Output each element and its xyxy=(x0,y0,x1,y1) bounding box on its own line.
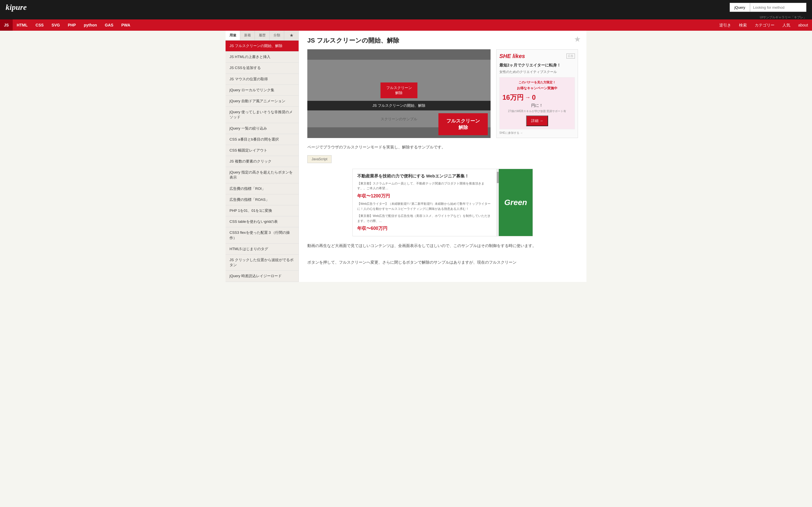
ad-amount: 16万円 → 0 xyxy=(502,93,572,102)
sidebar-link[interactable]: HTML5 はじまりのタグ xyxy=(225,244,299,255)
nav-item-reverse[interactable]: 逆引き xyxy=(715,19,735,31)
sidebar-link[interactable]: CSS tableを使わないgridの表 xyxy=(225,216,299,227)
list-item: CSS a番目とb番目の間を選択 xyxy=(225,134,299,145)
list-item: jQuery 指定の高さを超えたらボタンを表示 xyxy=(225,167,299,183)
ad-sub-text: SHEに参加する → xyxy=(499,131,575,135)
javascript-tag-button[interactable]: JavaScript xyxy=(307,155,332,163)
nav-item-css[interactable]: CSS xyxy=(32,19,48,31)
ad-campaign: お得なキャンペーン実施中 xyxy=(502,86,572,91)
ad-note: 27個のWEBスキルが学び放題 受講サポート有 xyxy=(502,109,572,113)
sidebar-link[interactable]: PHP 1を01、01を1に変換 xyxy=(225,205,299,216)
demo-box: フルスクリーン 解除 JS フルスクリーンの開始、解除 スクリーンのサンプル フ… xyxy=(307,49,491,138)
ad-image-area: このバナーを見た方限定！ お得なキャンペーン実施中 16万円 → 0 円に！ 2… xyxy=(499,77,575,129)
ad-banner2-left: 不動産業界を技術の力で便利にする Webエンジニア募集！ 【東京都】スクラムチー… xyxy=(353,169,497,236)
sidebar-tab-history[interactable]: 履歴 xyxy=(255,31,269,40)
description-text: ページでブラウザのフルスクリーンモードを実装し、解除するサンプルです。 xyxy=(307,144,578,151)
ad-banner2-title: 不動産業界を技術の力で便利にする Webエンジニア募集！ xyxy=(357,173,492,179)
main-nav: JS HTML CSS SVG PHP python GAS PWA 逆引き 検… xyxy=(0,19,812,31)
sidebar-link[interactable]: 広告費の指標「ROAS」 xyxy=(225,194,299,205)
nav-item-gas[interactable]: GAS xyxy=(101,19,117,31)
header: kipure jQuery xyxy=(0,0,812,15)
sidebar-link[interactable]: jQuery 時差読込レイジーロード xyxy=(225,271,299,281)
demo-sample-text: スクリーンのサンプル xyxy=(380,117,417,122)
sidebar-link[interactable]: CSS3 flexを使った配置３（行間の操作） xyxy=(225,227,299,243)
site-tagline: UIサンプルギャラリー「キプレ」 xyxy=(0,15,812,19)
demo-btn-line1: フルスクリーン xyxy=(386,86,412,90)
demo-area: フルスクリーン 解除 JS フルスクリーンの開始、解除 スクリーンのサンプル フ… xyxy=(307,49,578,138)
nav-item-php[interactable]: PHP xyxy=(64,19,80,31)
sidebar-link[interactable]: CSS 幅固定レイアウト xyxy=(225,145,299,156)
ad-banner2-scrollbar[interactable] xyxy=(497,169,499,236)
sidebar-link[interactable]: JS CSSを追加する xyxy=(225,62,299,73)
demo-label-bar: JS フルスクリーンの開始、解除 xyxy=(307,101,491,110)
sidebar-list: JS フルスクリーンの開始、解除 JS HTMLの上書きと挿入 JS CSSを追… xyxy=(225,41,299,282)
sidebar-link[interactable]: JS フルスクリーンの開始、解除 xyxy=(225,41,299,51)
list-item: JS CSSを追加する xyxy=(225,62,299,73)
list-item: CSS3 flexを使った配置３（行間の操作） xyxy=(225,227,299,243)
list-item: CSS 幅固定レイアウト xyxy=(225,145,299,156)
sidebar-tab-usage[interactable]: 用途 xyxy=(225,31,240,40)
sidebar-link[interactable]: JS HTMLの上書きと挿入 xyxy=(225,52,299,62)
sidebar-link[interactable]: jQuery 一覧の絞り込み xyxy=(225,123,299,134)
sidebar-link[interactable]: jQuery 使ってしまいそうな非推奨のメソッド xyxy=(225,107,299,122)
sidebar-tab-star[interactable]: ★ xyxy=(284,31,299,40)
ad-banner2-salary2: 年収〜600万円 xyxy=(357,226,492,231)
ad-header: SHE likes 広告 xyxy=(499,52,575,60)
list-item: jQuery 一覧の絞り込み xyxy=(225,123,299,134)
nav-item-category[interactable]: カテゴリー xyxy=(751,19,778,31)
ad-banner2-logo-area: Green xyxy=(499,169,532,236)
list-item: jQuery ローカルでリンク集 xyxy=(225,85,299,96)
nav-item-popular[interactable]: 人気 xyxy=(778,19,794,31)
sidebar: 用途 新着 履歴 分類 ★ JS フルスクリーンの開始、解除 JS HTMLの上… xyxy=(225,31,299,282)
list-item: jQuery 時差読込レイジーロード xyxy=(225,271,299,282)
ad-arrow-icon: → xyxy=(525,94,530,101)
nav-item-pwa[interactable]: PWA xyxy=(117,19,134,31)
sidebar-link[interactable]: JS マウスの位置の取得 xyxy=(225,74,299,84)
sidebar-link[interactable]: CSS a番目とb番目の間を選択 xyxy=(225,134,299,145)
ad-banner2-desc3: 【東京都】Web広告で配信する広告生地（美容コスメ、ホワイトケアなど）を制作して… xyxy=(357,214,492,223)
nav-item-python[interactable]: python xyxy=(80,19,101,31)
search-bar: jQuery xyxy=(730,3,806,12)
list-item: JS 複数の要素のクリック xyxy=(225,156,299,167)
ad-promo-text: このバナーを見た方限定！ xyxy=(502,80,572,84)
ad-subtext: 女性のためのクリエイティブスクール xyxy=(499,69,575,75)
sidebar-tabs: 用途 新着 履歴 分類 ★ xyxy=(225,31,299,41)
sidebar-link[interactable]: jQuery ローカルでリンク集 xyxy=(225,85,299,96)
sidebar-link[interactable]: jQuery 指定の高さを超えたらボタンを表示 xyxy=(225,167,299,183)
list-item: JS フルスクリーンの開始、解除 xyxy=(225,41,299,52)
body-text-2: ボタンを押して、フルスクリーンへ変更、さらに閉じるボタンで解除のサンプルはありま… xyxy=(307,259,578,266)
ad-detail-button[interactable]: 詳細 → xyxy=(526,115,548,126)
sidebar-tab-category[interactable]: 分類 xyxy=(269,31,284,40)
sidebar-tab-new[interactable]: 新着 xyxy=(240,31,255,40)
bookmark-star-icon[interactable]: ★ xyxy=(574,35,581,44)
list-item: jQuery 自動ドア風アニメーション xyxy=(225,96,299,107)
ad-banner2-logo: Green xyxy=(504,198,527,207)
nav-item-search[interactable]: 検索 xyxy=(735,19,751,31)
sidebar-link[interactable]: JS クリックした位置から波紋がでるボタン xyxy=(225,255,299,270)
demo-btn-line2: 解除 xyxy=(395,91,403,95)
ad-headline: 最短2ヶ月でクリエイターに転身！ 女性のためのクリエイティブスクール xyxy=(499,62,575,75)
sidebar-link[interactable]: JS 複数の要素のクリック xyxy=(225,156,299,167)
content-area: ★ JS フルスクリーンの開始、解除 フルスクリーン 解除 JS フルスクリーン… xyxy=(299,31,587,282)
nav-item-js[interactable]: JS xyxy=(0,19,13,31)
sidebar-link[interactable]: 広告費の指標「ROI」 xyxy=(225,183,299,194)
demo-center-button[interactable]: フルスクリーン 解除 xyxy=(380,82,417,98)
ad-banner2-salary1: 年収〜1200万円 xyxy=(357,193,492,199)
ad-brand: SHE likes xyxy=(499,52,525,60)
nav-item-svg[interactable]: SVG xyxy=(48,19,64,31)
sidebar-link[interactable]: jQuery 自動ドア風アニメーション xyxy=(225,96,299,107)
list-item: HTML5 はじまりのタグ xyxy=(225,244,299,255)
search-input[interactable] xyxy=(750,3,806,12)
list-item: JS クリックした位置から波紋がでるボタン xyxy=(225,255,299,271)
nav-left: JS HTML CSS SVG PHP python GAS PWA xyxy=(0,19,134,31)
fullscreen-btn-line2: 解除 xyxy=(458,125,468,130)
ad-inner: SHE likes 広告 最短2ヶ月でクリエイターに転身！ 女性のためのクリエイ… xyxy=(497,50,578,138)
fullscreen-button[interactable]: フルスクリーン 解除 xyxy=(439,113,488,135)
list-item: JS HTMLの上書きと挿入 xyxy=(225,52,299,62)
nav-item-html[interactable]: HTML xyxy=(13,19,32,31)
ad-banner2-desc2: 【Web広告ライター】（未経験歓迎!! / 第二新卒歓迎!!）未経験から始めて数… xyxy=(357,202,492,211)
jquery-search-button[interactable]: jQuery xyxy=(730,3,750,12)
nav-item-about[interactable]: about xyxy=(794,19,812,31)
ad-amount-to: 円に！ xyxy=(502,103,572,108)
list-item: CSS tableを使わないgridの表 xyxy=(225,216,299,227)
